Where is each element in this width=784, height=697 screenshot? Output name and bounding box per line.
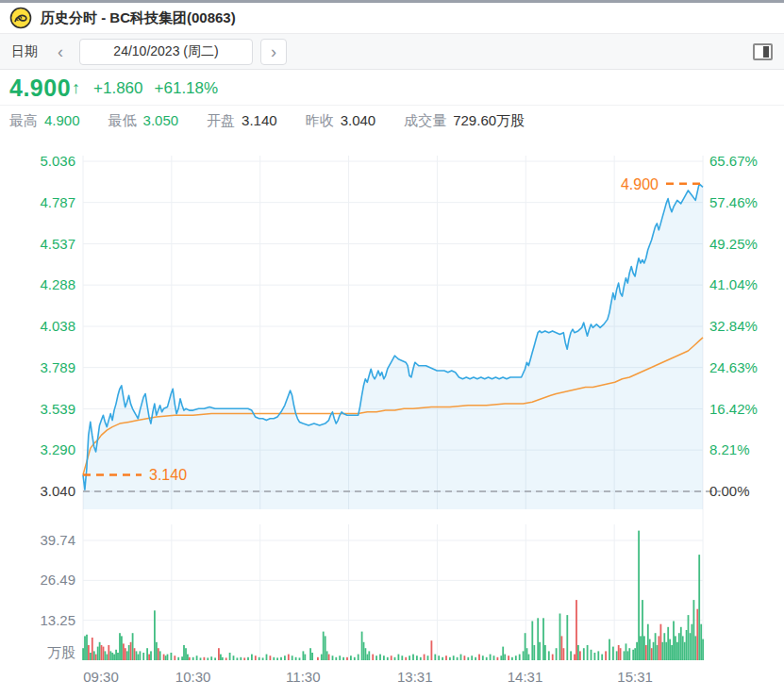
svg-text:57.46%: 57.46% — [709, 194, 758, 210]
svg-text:24.63%: 24.63% — [709, 359, 758, 375]
svg-text:65.67%: 65.67% — [709, 153, 758, 169]
svg-text:3.290: 3.290 — [40, 441, 75, 457]
up-arrow-icon: ↑ — [72, 78, 80, 98]
intraday-chart[interactable]: 3.1404.9005.0364.7874.5374.2884.0383.789… — [0, 135, 784, 697]
svg-text:13:31: 13:31 — [397, 669, 433, 685]
svg-text:41.04%: 41.04% — [709, 276, 758, 292]
svg-text:10:30: 10:30 — [175, 669, 211, 685]
panel-toggle-icon[interactable] — [753, 43, 773, 60]
svg-text:26.49: 26.49 — [40, 572, 75, 588]
svg-text:0.00%: 0.00% — [709, 483, 750, 499]
last-price: 4.900 — [9, 75, 71, 102]
price-change: +1.860 — [93, 79, 142, 98]
svg-text:4.537: 4.537 — [40, 236, 75, 252]
svg-text:15:31: 15:31 — [617, 669, 653, 685]
stat-open: 开盘3.140 — [207, 112, 277, 130]
stat-volume: 成交量729.60万股 — [404, 112, 525, 130]
last-price-label: 4.900 — [621, 176, 659, 192]
open-price-label: 3.140 — [149, 467, 187, 483]
svg-text:11:30: 11:30 — [286, 669, 320, 685]
svg-text:3.539: 3.539 — [40, 401, 75, 417]
volume-axis: 39.7426.4913.25万股 — [40, 532, 75, 660]
svg-text:4.038: 4.038 — [40, 318, 75, 334]
panel-toggle-bar — [763, 46, 769, 58]
price-axis-left: 5.0364.7874.5374.2884.0383.7893.5393.290… — [40, 153, 75, 499]
svg-text:5.036: 5.036 — [40, 153, 75, 169]
svg-text:49.25%: 49.25% — [709, 236, 758, 252]
svg-text:32.84%: 32.84% — [709, 318, 758, 334]
prev-date-button[interactable]: ‹ — [49, 40, 72, 64]
price-area-fill — [83, 184, 703, 509]
stat-prev-close: 昨收3.040 — [306, 112, 376, 130]
quote-row: 4.900 ↑ +1.860 +61.18% — [0, 70, 784, 106]
percent-axis-right: 65.67%57.46%49.25%41.04%32.84%24.63%16.4… — [709, 153, 758, 499]
app-logo-coin-icon — [9, 7, 32, 29]
svg-text:4.787: 4.787 — [40, 194, 75, 210]
volume-bars — [82, 531, 704, 660]
svg-text:09:30: 09:30 — [83, 669, 119, 685]
svg-text:3.040: 3.040 — [40, 483, 75, 499]
stats-row: 最高4.900 最低3.050 开盘3.140 昨收3.040 成交量729.6… — [0, 106, 784, 137]
price-change-percent: +61.18% — [155, 79, 219, 98]
svg-text:14:31: 14:31 — [508, 669, 543, 685]
svg-text:3.789: 3.789 — [40, 359, 75, 375]
time-axis: 09:3010:3011:3013:3114:3115:31 — [83, 669, 653, 685]
svg-text:39.74: 39.74 — [40, 532, 75, 548]
svg-text:4.288: 4.288 — [40, 276, 75, 292]
next-date-button[interactable]: › — [260, 39, 287, 65]
window-title: 历史分时 - BC科技集团(00863) — [41, 9, 236, 27]
date-picker[interactable]: 24/10/2023 (周二) — [79, 39, 253, 65]
date-label: 日期 — [11, 43, 38, 60]
stat-low: 最低3.050 — [108, 112, 179, 130]
title-bar: 历史分时 - BC科技集团(00863) — [0, 3, 784, 34]
volume-unit-label: 万股 — [47, 644, 75, 660]
svg-text:13.25: 13.25 — [40, 612, 75, 628]
svg-text:16.42%: 16.42% — [709, 401, 758, 417]
stat-high: 最高4.900 — [9, 112, 80, 130]
date-toolbar: 日期 ‹ 24/10/2023 (周二) › — [0, 34, 784, 70]
svg-text:8.21%: 8.21% — [709, 441, 750, 457]
